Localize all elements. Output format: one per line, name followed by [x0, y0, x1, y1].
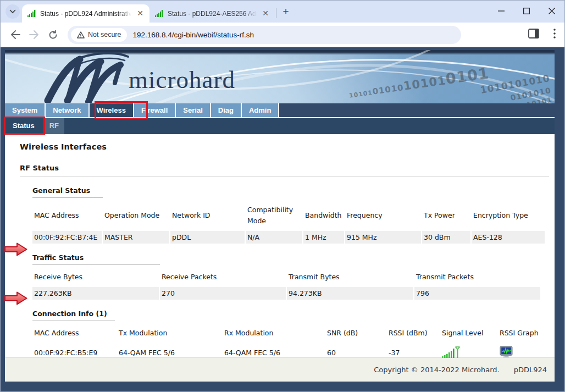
browser-tab-2[interactable]: Status - pDDL924-AES256 Adm ✕: [149, 4, 275, 23]
chevron-down-icon: [9, 9, 16, 14]
browser-toolbar: Not secure 192.168.8.4/cgi-bin/webif/sta…: [1, 23, 564, 47]
microhard-m-logo-icon: [41, 51, 132, 103]
address-bar[interactable]: Not secure 192.168.8.4/cgi-bin/webif/sta…: [68, 26, 461, 44]
tab-divider: [276, 8, 276, 18]
maximize-button[interactable]: [514, 1, 539, 21]
nav-tab-admin[interactable]: Admin: [242, 103, 279, 117]
column-header: Transmit Packets: [414, 267, 540, 287]
browser-tab-1[interactable]: Status - pDDL924 Administrativ ✕: [22, 4, 149, 23]
close-window-button[interactable]: [539, 1, 564, 21]
binary-digits-decoration: 1010101010101010101: [347, 64, 490, 101]
forward-icon: [29, 30, 39, 39]
nav-tab-system[interactable]: System: [5, 103, 46, 117]
page-content: Wireless Interfaces RF Status General St…: [5, 134, 555, 357]
nav-tab-network[interactable]: Network: [46, 103, 89, 117]
table-row: 00:0F:92:FC:B7:4E MASTER pDDL N/A 1 MHz …: [32, 231, 545, 244]
signal-bars-favicon: [27, 10, 36, 17]
table-header-row: Receive Bytes Receive Packets Transmit B…: [32, 267, 540, 287]
network-id-value: pDDL: [170, 231, 245, 244]
column-header: Rx Modulation: [223, 323, 324, 343]
reload-icon: [48, 30, 58, 40]
browser-tab-strip: Status - pDDL924 Administrativ ✕ Status …: [1, 1, 564, 23]
security-label: Not secure: [88, 31, 121, 38]
column-header: MAC Address: [32, 323, 116, 343]
column-header: Tx Modulation: [117, 323, 221, 343]
table-header-row: MAC Address Operation Mode Network ID Co…: [32, 200, 545, 231]
reload-button[interactable]: [43, 25, 62, 44]
signal-bars-favicon: [155, 10, 163, 17]
tab-title: Status - pDDL924-AES256 Adm: [168, 10, 258, 18]
traffic-status-heading: Traffic Status: [32, 253, 160, 265]
sub-navigation: Status RF: [5, 118, 555, 134]
nav-tab-diag[interactable]: Diag: [211, 103, 242, 117]
tx-power-value: 30 dBm: [422, 231, 470, 244]
column-header: Tx Power: [422, 200, 470, 231]
column-header: Operation Mode: [103, 200, 169, 231]
table-row: 227.263KB 270 94.273KB 796: [32, 287, 540, 300]
transmit-packets-value: 796: [414, 287, 540, 300]
copyright-text: Copyright © 2014-2022 Microhard.: [374, 366, 499, 374]
tab-close-icon[interactable]: ✕: [135, 9, 145, 19]
annotation-arrow-traffic-icon: [4, 242, 27, 256]
rf-status-heading: RF Status: [20, 164, 549, 172]
column-header: Encryption Type: [472, 200, 545, 231]
binary-text: 01010: [372, 82, 405, 97]
url-text: 192.168.8.4/cgi-bin/webif/status-rf.sh: [132, 31, 254, 39]
column-header: Signal Level: [440, 323, 497, 343]
signal-strength-bars-icon: [442, 345, 462, 358]
microhard-banner: microhard 1010101010101010101 1010101010…: [5, 50, 555, 103]
bandwidth-value: 1 MHz: [303, 231, 344, 244]
kebab-menu-icon: [553, 29, 556, 38]
column-header: SNR (dB): [325, 323, 386, 343]
traffic-status-table: Receive Bytes Receive Packets Transmit B…: [31, 267, 541, 300]
receive-packets-value: 270: [160, 287, 286, 300]
browser-window: Status - pDDL924 Administrativ ✕ Status …: [0, 0, 565, 392]
window-controls: [489, 1, 564, 23]
column-header: RSSI Graph: [498, 323, 544, 343]
general-status-group: General Status MAC Address Operation Mod…: [32, 176, 549, 362]
model-label: pDDL924: [514, 366, 547, 374]
frequency-value: 915 MHz: [345, 231, 421, 244]
window-close-icon: [549, 8, 555, 14]
tab-close-icon[interactable]: ✕: [261, 9, 270, 19]
side-panel-button[interactable]: [528, 29, 539, 41]
compatibility-mode-value: N/A: [246, 231, 302, 244]
column-header: Compatibility Mode: [246, 200, 302, 231]
security-chip[interactable]: Not secure: [71, 28, 127, 42]
subnav-tab-rf[interactable]: RF: [44, 118, 64, 134]
webpage: microhard 1010101010101010101 1010101010…: [1, 48, 564, 392]
column-header: Receive Packets: [160, 267, 286, 287]
connection-info-heading: Connection Info (1): [32, 310, 115, 321]
page-footer: Copyright © 2014-2022 Microhard. pDDL924: [5, 357, 555, 382]
page-title: Wireless Interfaces: [20, 142, 549, 151]
tab-search-button[interactable]: [5, 4, 20, 19]
table-header-row: MAC Address Tx Modulation Rx Modulation …: [32, 323, 544, 343]
mac-address-value: 00:0F:92:FC:B7:4E: [32, 231, 102, 244]
back-button[interactable]: [6, 25, 25, 44]
rssi-graph-monitor-icon: [500, 346, 513, 358]
nav-tab-serial[interactable]: Serial: [176, 103, 211, 117]
column-header: Bandwidth: [303, 200, 344, 231]
annotation-box-wireless: [95, 101, 148, 119]
microhard-logo: microhard: [41, 51, 235, 103]
receive-bytes-value: 227.263KB: [32, 287, 159, 300]
main-navigation: System Network Wireless Firewall Serial …: [5, 103, 555, 118]
new-tab-button[interactable]: +: [279, 4, 293, 19]
column-header: MAC Address: [32, 200, 102, 231]
minimize-button[interactable]: [489, 1, 514, 21]
binary-text: 10101: [403, 74, 447, 93]
general-status-table: MAC Address Operation Mode Network ID Co…: [31, 200, 546, 244]
forward-button[interactable]: [25, 25, 43, 44]
minimize-icon: [498, 8, 505, 14]
transmit-bytes-value: 94.273KB: [287, 287, 413, 300]
warning-triangle-icon: [77, 31, 85, 38]
column-header: Transmit Bytes: [287, 267, 413, 287]
general-status-heading: General Status: [32, 186, 103, 198]
column-header: RSSI (dBm): [387, 323, 439, 343]
column-header: Receive Bytes: [32, 267, 159, 287]
operation-mode-value: MASTER: [103, 231, 169, 244]
annotation-box-status: [4, 117, 45, 135]
binary-text: 10101: [348, 89, 373, 100]
browser-menu-button[interactable]: [553, 29, 556, 41]
annotation-arrow-connection-icon: [4, 291, 27, 305]
